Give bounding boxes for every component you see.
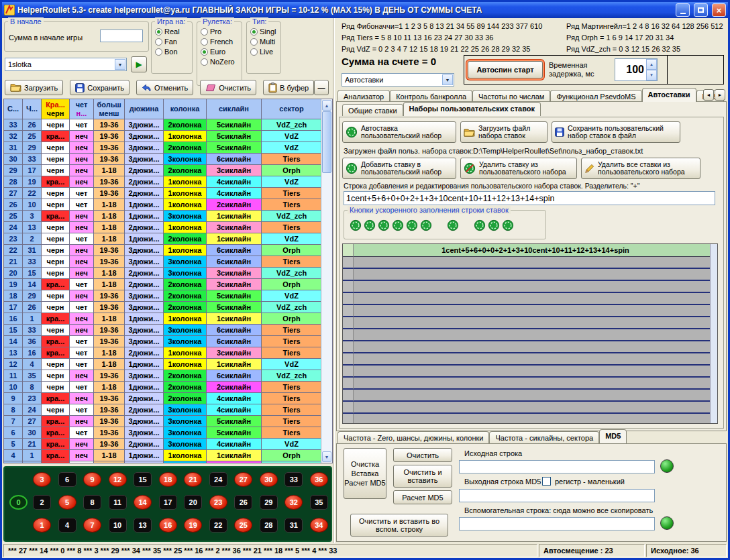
roulette-number-27[interactable]: 27 bbox=[234, 472, 252, 487]
table-row[interactable]: 521кра...неч19-362дюжи...3колонка4сиклай… bbox=[4, 439, 332, 450]
radio-euro[interactable]: Euro bbox=[201, 48, 242, 56]
table-row[interactable]: 2413черннеч1-182дюжи...1колонка3сиклайнT… bbox=[4, 222, 332, 233]
roulette-number-12[interactable]: 12 bbox=[109, 472, 127, 487]
roulette-number-21[interactable]: 21 bbox=[184, 472, 202, 487]
table-row[interactable]: 3033черннеч19-363дюжи...3колонка6сиклайн… bbox=[4, 154, 332, 165]
radio-fan[interactable]: Fan bbox=[155, 38, 192, 46]
toolbar-button-undo[interactable]: Отменить bbox=[136, 80, 193, 95]
roulette-number-20[interactable]: 20 bbox=[184, 495, 202, 510]
tab-автоставки[interactable]: Автоставки bbox=[642, 88, 696, 102]
chip-button[interactable] bbox=[406, 219, 418, 231]
list-row[interactable] bbox=[343, 366, 717, 378]
tab-функционал-psevdoms[interactable]: Функционал PsevdoMS bbox=[550, 90, 641, 102]
chip-button[interactable] bbox=[392, 219, 404, 231]
list-scrollbar[interactable] bbox=[710, 244, 717, 423]
action-button-save-disk[interactable]: Сохранить пользовательский набор ставок … bbox=[552, 121, 680, 143]
table-row[interactable]: 1914кра...чет1-182дюжи...2колонка3сиклай… bbox=[4, 279, 332, 290]
spinner-down-button[interactable]: ▼ bbox=[646, 70, 657, 80]
radio-bon[interactable]: Bon bbox=[155, 48, 192, 56]
aux-string-input[interactable] bbox=[459, 517, 655, 530]
table-row[interactable]: 312кра...чет1-181дюжи...3колонка2сиклайн… bbox=[4, 461, 332, 463]
table-row[interactable]: 923кра...неч19-362дюжи...2колонка4сиклай… bbox=[4, 393, 332, 404]
list-row[interactable] bbox=[343, 281, 717, 293]
toolbar-button-eraser[interactable]: Очистить bbox=[200, 80, 256, 95]
tab-частота-сиклайны-сектора[interactable]: Частота - сиклайны, сектора bbox=[489, 431, 599, 443]
roulette-number-33[interactable]: 33 bbox=[284, 472, 303, 487]
roulette-number-18[interactable]: 18 bbox=[159, 472, 177, 487]
slot-play-button[interactable]: ▶ bbox=[131, 56, 147, 72]
table-row[interactable]: 727кра...неч19-363дюжи...3колонка5сиклай… bbox=[4, 416, 332, 427]
source-string-input[interactable] bbox=[459, 460, 655, 473]
list-row[interactable] bbox=[343, 269, 717, 281]
table-row[interactable]: 824чернчет19-362дюжи...3колонка4сиклайнT… bbox=[4, 404, 332, 416]
collapse-button[interactable]: — bbox=[314, 80, 329, 95]
tab-scroll-left-button[interactable]: ◄ bbox=[703, 89, 714, 101]
roulette-number-13[interactable]: 13 bbox=[134, 518, 152, 533]
register-checkbox[interactable] bbox=[542, 477, 551, 486]
roulette-number-5[interactable]: 5 bbox=[58, 495, 76, 510]
table-row[interactable]: 124чернчет1-181дюжи...1колонка1сиклайнVd… bbox=[4, 359, 332, 370]
tab-контроль-банкролла[interactable]: Контроль банкролла bbox=[390, 90, 472, 102]
action-button-green-chip[interactable]: Добавить ставку в пользовательский набор bbox=[342, 158, 456, 179]
radio-multi[interactable]: Multi bbox=[250, 38, 280, 46]
list-row[interactable] bbox=[343, 353, 717, 366]
radio-nozero[interactable]: NoZero bbox=[201, 58, 242, 66]
subtab-общие-ставки[interactable]: Общие ставки bbox=[342, 104, 403, 116]
chevron-down-icon[interactable]: ▼ bbox=[442, 74, 453, 85]
roulette-number-34[interactable]: 34 bbox=[310, 518, 328, 533]
table-row[interactable]: 3326чернчет19-363дюжи...2колонка5сиклайн… bbox=[4, 119, 332, 131]
clear-button[interactable]: Очистить bbox=[393, 448, 452, 462]
list-row[interactable] bbox=[343, 390, 717, 402]
roulette-number-32[interactable]: 32 bbox=[284, 495, 303, 510]
roulette-number-2[interactable]: 2 bbox=[33, 495, 51, 510]
table-row[interactable]: 253кра...неч1-181дюжи...3колонка1сиклайн… bbox=[4, 211, 332, 222]
table-scrollbar[interactable]: ▲ ▼ bbox=[321, 99, 332, 463]
roulette-number-0[interactable]: 0 bbox=[9, 495, 28, 510]
stake-string-input[interactable] bbox=[344, 191, 715, 205]
roulette-number-3[interactable]: 3 bbox=[33, 472, 51, 487]
slot-combo[interactable]: 1slotka ▼ bbox=[5, 58, 127, 71]
table-row[interactable]: 161кра...неч1-181дюжи...1колонка1сиклайн… bbox=[4, 313, 332, 325]
table-row[interactable]: 2917черннеч1-182дюжи...2колонка3сиклайнO… bbox=[4, 165, 332, 176]
list-row[interactable] bbox=[343, 378, 717, 390]
radio-real[interactable]: Real bbox=[155, 27, 192, 36]
roulette-number-30[interactable]: 30 bbox=[260, 472, 278, 487]
chip-button[interactable] bbox=[364, 219, 376, 231]
table-row[interactable]: 2133черннеч19-363дюжи...3колонка6сиклайн… bbox=[4, 256, 332, 268]
chip-button[interactable] bbox=[350, 219, 362, 231]
chip-button[interactable] bbox=[447, 219, 459, 231]
table-row[interactable]: 2015черннеч1-182дюжи...3колонка3сиклайнV… bbox=[4, 268, 332, 279]
autostakes-combo[interactable]: Автоставки ▼ bbox=[342, 73, 454, 87]
autospin-start-button[interactable]: Автоспин старт bbox=[468, 61, 543, 78]
tab-анализатор[interactable]: Анализатор bbox=[337, 90, 390, 102]
clear-paste-aux-button[interactable]: Очистить и вставить во вспом. строку bbox=[350, 514, 448, 537]
roulette-number-10[interactable]: 10 bbox=[109, 518, 127, 533]
roulette-number-28[interactable]: 28 bbox=[260, 518, 278, 533]
table-row[interactable]: 41кра...неч1-181дюжи...1колонка1сиклайнO… bbox=[4, 450, 332, 461]
table-row[interactable]: 2819кра...неч19-362дюжи...1колонка4сикла… bbox=[4, 176, 332, 188]
action-button-chip-grid[interactable]: Автоставка пользовательский набор bbox=[342, 121, 456, 143]
table-row[interactable]: 1135черннеч19-363дюжи...2колонка6сиклайн… bbox=[4, 370, 332, 382]
maximize-button[interactable] bbox=[694, 3, 708, 17]
clear-paste-calc-button[interactable]: Очистка Вставка Расчет MD5 bbox=[344, 448, 386, 499]
chip-button[interactable] bbox=[488, 219, 500, 231]
tab-частоты-по-числам[interactable]: Частоты по числам bbox=[472, 90, 550, 102]
copy-aux-button[interactable] bbox=[660, 516, 674, 530]
toolbar-button-save-disk[interactable]: Сохранить bbox=[70, 80, 129, 95]
scroll-thumb[interactable] bbox=[322, 111, 331, 173]
action-button-open-folder[interactable]: Загрузить файл набора ставок bbox=[460, 121, 548, 143]
chip-button[interactable] bbox=[420, 219, 432, 231]
subtab-наборы-пользовательских-ставок[interactable]: Наборы пользовательских ставок bbox=[403, 102, 541, 116]
table-row[interactable]: 3225кра...неч19-363дюжи...1колонка5сикла… bbox=[4, 131, 332, 142]
spinner-up-button[interactable]: ▲ bbox=[646, 59, 657, 70]
roulette-number-14[interactable]: 14 bbox=[134, 495, 152, 510]
roulette-number-31[interactable]: 31 bbox=[284, 518, 303, 533]
list-row[interactable] bbox=[343, 317, 717, 329]
action-button-remove-chip[interactable]: Удалить ставку из пользовательского набо… bbox=[460, 158, 577, 179]
roulette-number-26[interactable]: 26 bbox=[234, 495, 252, 510]
radio-french[interactable]: French bbox=[201, 38, 242, 46]
tab-частота-zero-шансы-дюжины-колонки[interactable]: Частота - Zero, шансы, дюжины, колонки bbox=[337, 431, 489, 443]
table-row[interactable]: 1316кра...чет1-182дюжи...1колонка3сиклай… bbox=[4, 347, 332, 359]
radio-singl[interactable]: Singl bbox=[250, 27, 280, 36]
action-button-pencil[interactable]: Удалить все ставки из пользовательского … bbox=[581, 158, 700, 179]
